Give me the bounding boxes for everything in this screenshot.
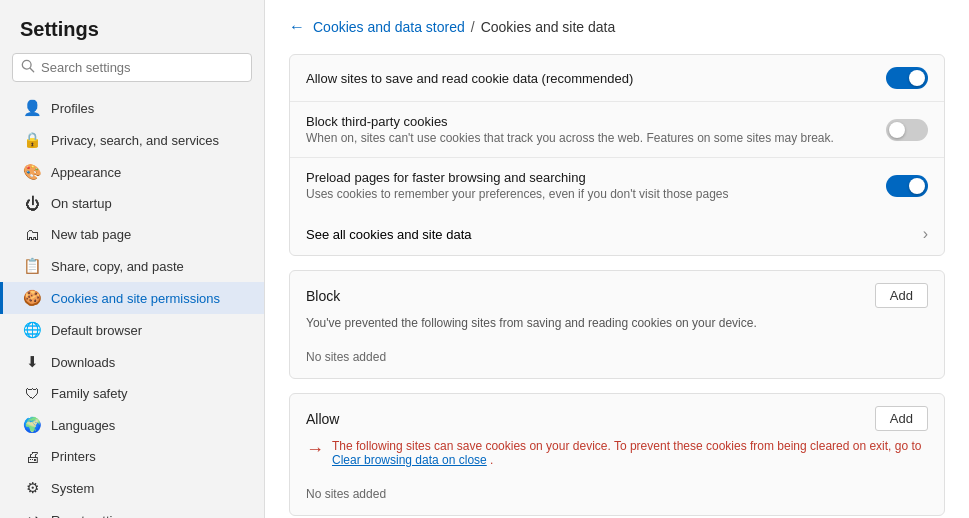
sidebar-icon-cookies: 🍪 [23, 289, 41, 307]
setting-sublabel-preload-pages: Uses cookies to remember your preference… [306, 187, 729, 201]
chevron-right-icon: › [923, 225, 928, 243]
block-title: Block [306, 288, 340, 304]
see-all-cookies-row[interactable]: See all cookies and site data › [290, 213, 944, 255]
sidebar-label-printers: Printers [51, 449, 96, 464]
sidebar-icon-downloads: ⬇ [23, 353, 41, 371]
setting-label-preload-pages: Preload pages for faster browsing and se… [306, 170, 729, 185]
allow-card: Allow Add → The following sites can save… [289, 393, 945, 516]
sidebar-label-privacy: Privacy, search, and services [51, 133, 219, 148]
sidebar-label-default-browser: Default browser [51, 323, 142, 338]
sidebar-label-profiles: Profiles [51, 101, 94, 116]
setting-label-group-preload-pages: Preload pages for faster browsing and se… [306, 170, 729, 201]
sidebar-icon-default-browser: 🌐 [23, 321, 41, 339]
search-icon [21, 59, 35, 76]
block-card: Block Add You've prevented the following… [289, 270, 945, 379]
setting-row-preload-pages: Preload pages for faster browsing and se… [290, 158, 944, 213]
sidebar-item-appearance[interactable]: 🎨 Appearance [0, 156, 264, 188]
svg-line-1 [30, 68, 34, 72]
sidebar-label-new-tab: New tab page [51, 227, 131, 242]
setting-label-block-third-party: Block third-party cookies [306, 114, 834, 129]
sidebar-item-languages[interactable]: 🌍 Languages [0, 409, 264, 441]
sidebar-item-system[interactable]: ⚙ System [0, 472, 264, 504]
sidebar-label-languages: Languages [51, 418, 115, 433]
breadcrumb-current: Cookies and site data [481, 19, 616, 35]
sidebar-icon-system: ⚙ [23, 479, 41, 497]
breadcrumb-separator: / [471, 19, 475, 35]
sidebar-item-share[interactable]: 📋 Share, copy, and paste [0, 250, 264, 282]
allow-desc-text: The following sites can save cookies on … [332, 439, 928, 467]
block-add-button[interactable]: Add [875, 283, 928, 308]
allow-no-sites: No sites added [306, 477, 928, 515]
sidebar-icon-appearance: 🎨 [23, 163, 41, 181]
sidebar-label-cookies: Cookies and site permissions [51, 291, 220, 306]
breadcrumb: ← Cookies and data stored / Cookies and … [289, 18, 945, 36]
block-no-sites: No sites added [306, 340, 928, 378]
sidebar-icon-family-safety: 🛡 [23, 385, 41, 402]
sidebar-nav: 👤 Profiles 🔒 Privacy, search, and servic… [0, 92, 264, 518]
sidebar: Settings 👤 Profiles 🔒 Privacy, search, a… [0, 0, 265, 518]
sidebar-icon-profiles: 👤 [23, 99, 41, 117]
setting-row-block-third-party: Block third-party cookies When on, sites… [290, 102, 944, 158]
sidebar-item-family-safety[interactable]: 🛡 Family safety [0, 378, 264, 409]
setting-sublabel-block-third-party: When on, sites can't use cookies that tr… [306, 131, 834, 145]
setting-label-group-allow-save-read: Allow sites to save and read cookie data… [306, 71, 633, 86]
clear-browsing-link-allow[interactable]: Clear browsing data on close [332, 453, 487, 467]
settings-rows: Allow sites to save and read cookie data… [290, 55, 944, 213]
main-settings-card: Allow sites to save and read cookie data… [289, 54, 945, 256]
sidebar-item-downloads[interactable]: ⬇ Downloads [0, 346, 264, 378]
allow-add-button[interactable]: Add [875, 406, 928, 431]
block-description: You've prevented the following sites fro… [306, 316, 928, 330]
sidebar-icon-reset: ↩ [23, 511, 41, 518]
breadcrumb-link[interactable]: Cookies and data stored [313, 19, 465, 35]
sidebar-label-share: Share, copy, and paste [51, 259, 184, 274]
sidebar-item-on-startup[interactable]: ⏻ On startup [0, 188, 264, 219]
sidebar-icon-share: 📋 [23, 257, 41, 275]
block-header: Block Add [306, 283, 928, 308]
sidebar-icon-on-startup: ⏻ [23, 195, 41, 212]
sidebar-item-profiles[interactable]: 👤 Profiles [0, 92, 264, 124]
back-button[interactable]: ← [289, 18, 305, 36]
toggle-thumb-block-third-party [889, 122, 905, 138]
sidebar-label-system: System [51, 481, 94, 496]
setting-row-allow-save-read: Allow sites to save and read cookie data… [290, 55, 944, 102]
sidebar-item-privacy[interactable]: 🔒 Privacy, search, and services [0, 124, 264, 156]
sidebar-label-on-startup: On startup [51, 196, 112, 211]
allow-header: Allow Add [306, 406, 928, 431]
sidebar-label-downloads: Downloads [51, 355, 115, 370]
toggle-thumb-allow-save-read [909, 70, 925, 86]
arrow-red-icon: → [306, 439, 324, 460]
sidebar-label-appearance: Appearance [51, 165, 121, 180]
setting-label-allow-save-read: Allow sites to save and read cookie data… [306, 71, 633, 86]
toggle-preload-pages[interactable] [886, 175, 928, 197]
allow-title: Allow [306, 411, 339, 427]
sidebar-icon-printers: 🖨 [23, 448, 41, 465]
toggle-thumb-preload-pages [909, 178, 925, 194]
sidebar-item-printers[interactable]: 🖨 Printers [0, 441, 264, 472]
toggle-block-third-party[interactable] [886, 119, 928, 141]
settings-title: Settings [0, 0, 264, 53]
main-content: ← Cookies and data stored / Cookies and … [265, 0, 969, 518]
sidebar-item-cookies[interactable]: 🍪 Cookies and site permissions [0, 282, 264, 314]
see-all-label: See all cookies and site data [306, 227, 472, 242]
sidebar-item-default-browser[interactable]: 🌐 Default browser [0, 314, 264, 346]
setting-label-group-block-third-party: Block third-party cookies When on, sites… [306, 114, 834, 145]
sidebar-item-new-tab[interactable]: 🗂 New tab page [0, 219, 264, 250]
search-input[interactable] [41, 60, 243, 75]
allow-description: → The following sites can save cookies o… [306, 439, 928, 467]
sidebar-item-reset[interactable]: ↩ Reset settings [0, 504, 264, 518]
search-box[interactable] [12, 53, 252, 82]
toggle-allow-save-read[interactable] [886, 67, 928, 89]
sidebar-icon-languages: 🌍 [23, 416, 41, 434]
sidebar-icon-new-tab: 🗂 [23, 226, 41, 243]
sidebar-icon-privacy: 🔒 [23, 131, 41, 149]
sidebar-label-reset: Reset settings [51, 513, 133, 519]
sidebar-label-family-safety: Family safety [51, 386, 128, 401]
